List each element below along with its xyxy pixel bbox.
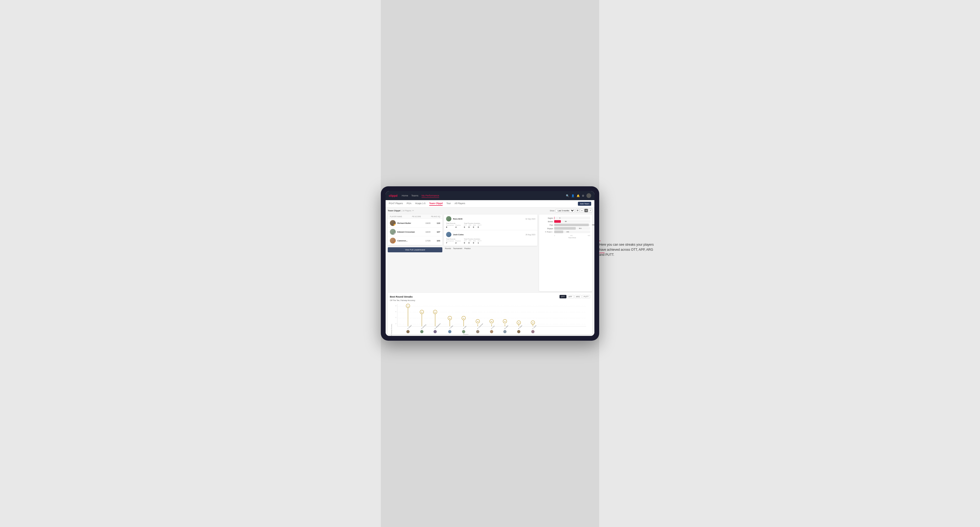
sub-nav-team-clippd[interactable]: Team Clippd — [429, 202, 442, 206]
leaderboard-header: PLAYER NAME PB SCORE PB AVG SQ — [388, 214, 442, 219]
streaks-title-group: Best Round Streaks — [390, 295, 413, 298]
show-controls: Show Last 3 months ⊞ ≡ ▤ ⤢ — [550, 209, 592, 213]
card-name-josh: Josh Coles — [453, 233, 524, 236]
x-label-400: 400 — [588, 235, 590, 237]
svg-text:3x: 3x — [518, 322, 520, 324]
svg-point-44 — [490, 330, 493, 333]
stat-app-rees: APP 0 — [468, 224, 471, 229]
bar-row-dbogeys: D. Bogeys + 131 — [541, 230, 590, 233]
svg-text:4x: 4x — [491, 321, 493, 322]
svg-text:6: 6 — [396, 311, 396, 313]
stat-label-practice-josh: Total Practice Activities — [464, 238, 482, 240]
svg-text:7x: 7x — [407, 305, 409, 307]
main-content: Team Clippd | 14 Players ✏ Show Last 3 m… — [386, 208, 594, 336]
sub-nav-items: PGAT Players PGA Hcaps 1-5 Team Clippd T… — [389, 202, 578, 206]
svg-point-54 — [517, 330, 520, 333]
list-view-btn[interactable]: ≡ — [580, 209, 584, 213]
settings-icon[interactable]: ⚙ — [582, 194, 584, 197]
best-round-streaks-section: Best Round Streaks OTT APP ARG PUTT Off … — [388, 293, 592, 334]
stat-putt-josh: PUTT 1 — [478, 240, 482, 244]
sub-nav-hcaps[interactable]: Hcaps 1-5 — [415, 202, 426, 206]
x-label-200: 200 — [570, 235, 573, 237]
bar-val-dbogeys: 131 — [566, 231, 569, 233]
stat-label-rounds-rees: Total Rounds — [446, 222, 461, 224]
filter-putt-button[interactable]: PUTT — [582, 295, 590, 298]
stat-sub-practice: OTT 0 APP 0 — [464, 224, 482, 229]
streaks-title: Best Round Streaks — [390, 295, 413, 298]
streak-chart: Best Streak, Fairway Accuracy 2 4 6 8 — [390, 303, 590, 332]
svg-text:5x: 5x — [463, 317, 465, 319]
app-logo: clippd — [389, 194, 397, 197]
card-avatar-rees — [446, 216, 451, 221]
round-legend: Rounds Tournament Practice — [444, 248, 538, 249]
svg-text:5x: 5x — [449, 317, 451, 319]
col-pb-score: PB SCORE — [412, 216, 421, 217]
stat-ott-josh: OTT 0 — [464, 240, 467, 244]
legend-practice: Practice — [465, 248, 471, 249]
player-name-2: Edward Crossman — [397, 231, 422, 233]
chart-x-title: Total Shots — [541, 237, 590, 238]
svg-text:4x: 4x — [504, 321, 506, 322]
stat-ott-rees: OTT 0 — [464, 224, 467, 229]
sub-nav-pga[interactable]: PGA — [407, 202, 412, 206]
sub-nav-all-players[interactable]: All Players — [455, 202, 465, 206]
grid-view-btn[interactable]: ⊞ — [576, 209, 579, 213]
add-team-button[interactable]: Add Team — [578, 202, 591, 206]
view-icons: ⊞ ≡ ▤ ⤢ — [576, 209, 592, 213]
streak-chart-svg: Best Streak, Fairway Accuracy 2 4 6 8 — [390, 303, 590, 332]
time-period-select[interactable]: Last 3 months — [555, 209, 575, 213]
nav-my-performance[interactable]: My Performance — [422, 194, 439, 198]
annotation-text: Here you can see streaks your players ha… — [599, 242, 655, 258]
svg-point-49 — [503, 330, 506, 333]
stat-arg-rees: ARG 0 — [473, 224, 476, 229]
player-name-1: Richard Butler — [397, 222, 422, 224]
bar-val-eagles: 3 — [559, 217, 560, 219]
player-card-josh: Josh Coles 26 Aug 2023 Total Rounds Tour… — [444, 230, 538, 246]
stat-group-practice-josh: Total Practice Activities OTT 0 APP — [464, 238, 482, 244]
filter-ott-button[interactable]: OTT — [560, 295, 566, 298]
card-stats-josh: Total Rounds Tournament 7 Practice — [446, 238, 535, 244]
stat-app-josh: APP 0 — [468, 240, 471, 244]
bar-label-bogeys: Bogeys — [541, 227, 553, 229]
sub-nav-pgat[interactable]: PGAT Players — [389, 202, 403, 206]
edit-team-icon[interactable]: ✏ — [412, 210, 414, 212]
svg-text:4x: 4x — [477, 321, 479, 322]
svg-text:Players: Players — [463, 333, 468, 335]
svg-text:6x: 6x — [421, 311, 423, 313]
bar-label-eagles: Eagles — [541, 217, 553, 219]
bar-track-bogeys: 311 — [554, 227, 590, 230]
user-avatar[interactable] — [586, 193, 591, 198]
filter-app-button[interactable]: APP — [567, 295, 574, 298]
bell-icon[interactable]: 🔔 — [577, 194, 580, 197]
player-avatar-3: 3 — [390, 238, 396, 243]
stat-group-practice-rees: Total Practice Activities OTT 0 APP — [464, 222, 482, 229]
stat-sub-practice-josh: OTT 0 APP 0 — [464, 240, 482, 244]
stat-practice-josh: Practice 2 — [455, 240, 461, 244]
stat-sub-rounds: Tournament 8 Practice 4 — [446, 224, 461, 229]
user-icon[interactable]: 👤 — [571, 194, 574, 197]
card-header-rees: Rees Britt 02 Sep 2023 — [446, 216, 535, 221]
bar-val-birdies: 96 — [565, 221, 567, 222]
stat-group-rounds-rees: Total Rounds Tournament 8 Practice — [446, 222, 461, 229]
content-area: PLAYER NAME PB SCORE PB AVG SQ 1 Richard — [386, 213, 594, 293]
card-header-josh: Josh Coles 26 Aug 2023 — [446, 232, 535, 237]
player-avg-1: 110 — [434, 222, 440, 224]
nav-home[interactable]: Home — [402, 194, 408, 198]
table-row: 3 Cameron... 17/20 103 — [388, 237, 442, 245]
svg-text:R. Britt: R. Britt — [463, 325, 466, 329]
show-label: Show — [550, 210, 554, 211]
search-icon[interactable]: 🔍 — [566, 194, 569, 197]
svg-text:R. Butler: R. Butler — [518, 324, 522, 329]
svg-point-39 — [476, 330, 479, 333]
stat-tournament-josh: Tournament 7 — [446, 240, 454, 244]
svg-point-34 — [462, 330, 465, 333]
card-view-btn[interactable]: ▤ — [584, 209, 588, 213]
svg-text:8: 8 — [396, 305, 396, 306]
bar-track-eagles: 3 — [554, 217, 590, 219]
expand-view-btn[interactable]: ⤢ — [589, 209, 592, 213]
view-full-leaderboard-button[interactable]: View Full Leaderboard — [388, 247, 442, 252]
filter-arg-button[interactable]: ARG — [574, 295, 582, 298]
player-avg-2: 107 — [434, 231, 440, 233]
nav-teams[interactable]: Teams — [411, 194, 418, 198]
sub-nav-tour[interactable]: Tour — [446, 202, 451, 206]
